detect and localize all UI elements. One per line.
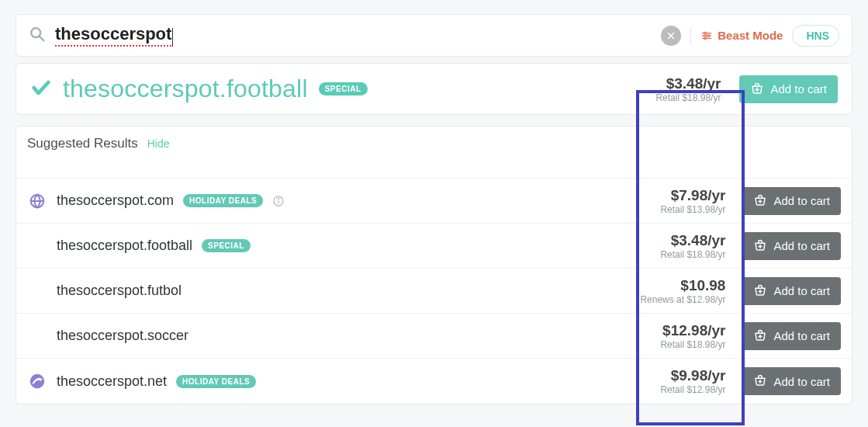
price-retail: Retail $18.98/yr <box>624 339 725 350</box>
add-to-cart-label: Add to cart <box>770 82 827 95</box>
svg-point-7 <box>704 32 707 34</box>
svg-point-24 <box>30 374 44 388</box>
domain-name[interactable]: thesoccerspot.com <box>57 193 174 209</box>
add-to-cart-button[interactable]: Add to cart <box>742 277 841 305</box>
domain-name[interactable]: thesoccerspot.net <box>57 373 167 390</box>
price-main: $9.98/yr <box>624 367 725 384</box>
add-to-cart-label: Add to cart <box>773 375 830 388</box>
domain-name[interactable]: thesoccerspot.football <box>57 238 192 254</box>
add-to-cart-button[interactable]: Add to cart <box>742 367 841 395</box>
add-to-cart-button[interactable]: Add to cart <box>742 232 841 260</box>
price-main: $10.98 <box>624 277 725 294</box>
add-to-cart-button[interactable]: Add to cart <box>742 187 841 215</box>
price: $9.98/yrRetail $12.98/yr <box>624 367 733 395</box>
table-row: thesoccerspot.footballSPECIAL$3.48/yrRet… <box>16 224 852 269</box>
search-input[interactable]: thesoccerspot <box>55 24 171 47</box>
hns-toggle[interactable]: HNS <box>792 25 839 47</box>
add-to-cart-label: Add to cart <box>773 284 830 297</box>
table-row: thesoccerspot.soccer$12.98/yrRetail $18.… <box>16 314 852 359</box>
globe-icon <box>27 193 47 210</box>
suggested-title: Suggested Results <box>27 136 138 151</box>
holiday-deals-badge: HOLIDAY DEALS <box>176 375 256 388</box>
search-icon <box>29 26 46 46</box>
price-main: $3.48/yr <box>620 75 721 92</box>
price-retail: Retail $13.98/yr <box>624 204 725 215</box>
price: $12.98/yrRetail $18.98/yr <box>624 322 733 350</box>
special-badge: SPECIAL <box>202 239 251 252</box>
featured-domain-name[interactable]: thesoccerspot.football <box>63 75 308 103</box>
search-bar: thesoccerspot Beast Mode HNS <box>16 14 852 57</box>
clear-search-button[interactable] <box>661 26 681 46</box>
check-icon <box>30 77 52 102</box>
add-to-cart-button[interactable]: Add to cart <box>739 75 838 103</box>
beast-mode-label: Beast Mode <box>718 29 783 42</box>
domain-name[interactable]: thesoccerspot.soccer <box>57 328 188 344</box>
table-row: thesoccerspot.netHOLIDAY DEALS$9.98/yrRe… <box>16 359 852 404</box>
price-main: $12.98/yr <box>624 322 725 339</box>
divider <box>690 27 691 44</box>
svg-point-15 <box>278 198 278 199</box>
price: $7.98/yrRetail $13.98/yr <box>624 187 733 215</box>
suggested-header: Suggested Results Hide <box>16 127 852 179</box>
price-main: $7.98/yr <box>624 187 725 204</box>
svg-point-8 <box>707 34 710 36</box>
price-main: $3.48/yr <box>624 232 725 249</box>
price-retail: Retail $18.98/yr <box>620 92 721 103</box>
price: $10.98Renews at $12.98/yr <box>624 277 733 305</box>
add-to-cart-button[interactable]: Add to cart <box>742 322 841 350</box>
info-icon[interactable] <box>272 195 285 207</box>
featured-price: $3.48/yr Retail $18.98/yr <box>620 75 728 103</box>
price-retail: Renews at $12.98/yr <box>624 294 725 305</box>
svg-line-1 <box>40 36 44 40</box>
add-to-cart-label: Add to cart <box>773 194 830 207</box>
beast-mode-toggle[interactable]: Beast Mode <box>700 29 783 42</box>
special-badge: SPECIAL <box>319 82 368 95</box>
hns-label: HNS <box>806 30 829 42</box>
svg-point-9 <box>704 37 707 40</box>
price-retail: Retail $18.98/yr <box>624 249 725 260</box>
price-retail: Retail $12.98/yr <box>624 384 725 395</box>
table-row: thesoccerspot.comHOLIDAY DEALS$7.98/yrRe… <box>16 179 852 224</box>
hide-suggested-link[interactable]: Hide <box>147 137 170 150</box>
price: $3.48/yrRetail $18.98/yr <box>624 232 733 260</box>
add-to-cart-label: Add to cart <box>773 329 830 342</box>
featured-result: thesoccerspot.football SPECIAL $3.48/yr … <box>16 63 852 115</box>
text-cursor <box>172 28 173 47</box>
table-row: thesoccerspot.futbol$10.98Renews at $12.… <box>16 269 852 314</box>
add-to-cart-label: Add to cart <box>773 239 830 252</box>
swirl-icon <box>27 373 47 390</box>
suggested-results: Suggested Results Hide thesoccerspot.com… <box>16 126 852 404</box>
domain-name[interactable]: thesoccerspot.futbol <box>57 283 182 299</box>
holiday-deals-badge: HOLIDAY DEALS <box>183 194 263 207</box>
